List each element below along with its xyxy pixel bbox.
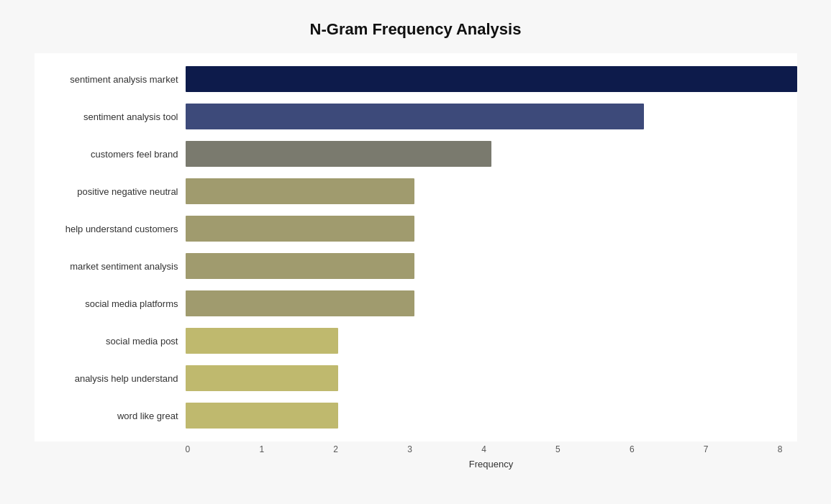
bar-row: sentiment analysis tool (35, 98, 797, 135)
bar-row: analysis help understand (35, 359, 797, 397)
bar-fill (186, 141, 491, 167)
x-tick: 8 (778, 444, 783, 454)
x-tick: 1 (259, 444, 264, 454)
x-tick: 4 (481, 444, 486, 454)
chart-area: sentiment analysis marketsentiment analy… (35, 53, 797, 441)
bar-fill (186, 365, 339, 391)
bar-track (186, 216, 797, 242)
bar-label: sentiment analysis market (35, 74, 186, 85)
bar-label: word like great (35, 411, 186, 421)
bar-row: help understand customers (35, 210, 797, 247)
chart-title: N-Gram Frequency Analysis (35, 20, 797, 39)
bar-label: analysis help understand (35, 373, 186, 384)
x-tick: 0 (186, 444, 191, 454)
bar-row: word like great (35, 397, 797, 434)
bar-fill (186, 290, 415, 316)
bar-label: help understand customers (35, 224, 186, 234)
bar-fill (186, 403, 339, 429)
bar-fill (186, 66, 797, 92)
bar-label: social media platforms (35, 298, 186, 309)
x-axis-labels: 012345678 (186, 444, 783, 454)
bar-label: market sentiment analysis (35, 261, 186, 272)
bar-track (186, 328, 797, 354)
x-axis-title: Frequency (186, 459, 797, 469)
bar-label: sentiment analysis tool (35, 111, 186, 122)
bar-track (186, 253, 797, 279)
bar-row: social media post (35, 322, 797, 359)
bar-label: social media post (35, 336, 186, 347)
x-tick: 7 (704, 444, 709, 454)
bar-fill (186, 253, 415, 279)
chart-container: N-Gram Frequency Analysis sentiment anal… (20, 6, 812, 498)
bar-label: positive negative neutral (35, 186, 186, 197)
bar-row: customers feel brand (35, 135, 797, 173)
bar-track (186, 365, 797, 391)
bar-track (186, 104, 797, 129)
bar-fill (186, 178, 415, 204)
bar-fill (186, 216, 415, 242)
x-tick: 3 (407, 444, 412, 454)
bar-track (186, 403, 797, 429)
bar-track (186, 66, 797, 92)
x-tick: 6 (630, 444, 635, 454)
bar-row: social media platforms (35, 285, 797, 322)
x-tick: 2 (333, 444, 338, 454)
bar-row: sentiment analysis market (35, 60, 797, 98)
x-axis-area: 012345678 (186, 444, 797, 454)
x-tick: 5 (555, 444, 560, 454)
bar-row: positive negative neutral (35, 173, 797, 210)
bar-track (186, 290, 797, 316)
bar-fill (186, 328, 339, 354)
bar-row: market sentiment analysis (35, 247, 797, 285)
bar-fill (186, 104, 645, 129)
bar-track (186, 141, 797, 167)
bar-track (186, 178, 797, 204)
bar-label: customers feel brand (35, 149, 186, 160)
